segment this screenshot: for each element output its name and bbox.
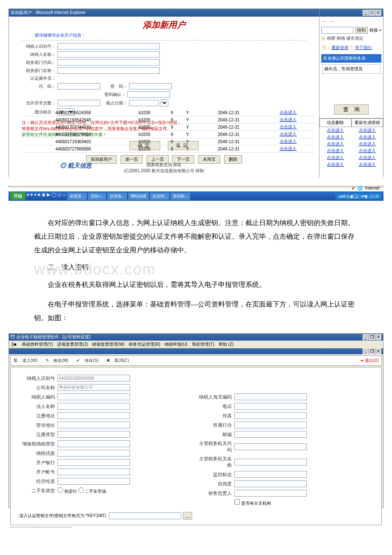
delete-link[interactable]: 点击进入 [320, 147, 352, 154]
cancel-button[interactable]: ✖ 取消(C) [107, 358, 133, 363]
input-xyd[interactable] [234, 480, 307, 487]
delete-link[interactable]: 点击进入 [320, 134, 352, 141]
input-khzh[interactable] [58, 468, 130, 475]
cancel-icon: ✖ [107, 358, 110, 363]
exit-button[interactable]: ➔ 退出(X) [360, 358, 379, 364]
info-icon[interactable]: ⓘ [349, 45, 354, 50]
input-cwfzr[interactable] [234, 490, 307, 497]
ellipsis-button[interactable]: ... [183, 512, 192, 520]
close-icon[interactable]: × [375, 348, 381, 354]
table-row: 440601193542948b32059Y2049-12-31点击进入 [22, 116, 315, 124]
input-zzsnslx[interactable] [58, 440, 130, 447]
taskbar-item[interactable]: 欢迎页... [67, 192, 87, 200]
input-mmqr[interactable] [127, 91, 170, 98]
input-jkbz[interactable] [234, 471, 307, 478]
input-cz[interactable] [234, 412, 307, 419]
restore-icon[interactable]: ❐ [369, 348, 375, 354]
minimize-icon[interactable]: _ [363, 10, 369, 16]
menu-item[interactable]: 基础资料管理(Y) [22, 342, 53, 347]
restore-icon[interactable]: □ [369, 10, 375, 16]
album-icon[interactable]: ☰ [321, 36, 325, 41]
home-icon[interactable]: ⌂ [328, 45, 330, 50]
input-jjxz[interactable] [58, 478, 130, 485]
taskbar-item[interactable]: 企业电... [107, 192, 127, 200]
minimize-icon[interactable]: _ [363, 334, 369, 340]
input-mm[interactable] [129, 83, 172, 90]
close-icon[interactable]: × [375, 10, 381, 16]
input-zgswjgdm[interactable] [234, 443, 307, 450]
input-nsrhgbm[interactable] [234, 393, 307, 400]
input-nsrsbh2[interactable] [58, 375, 130, 382]
input-jzrq[interactable] [129, 100, 159, 106]
taskbar-item[interactable]: 启动-i... [88, 192, 107, 200]
bottom-tabs: 操作界面公司资料设置 [10, 527, 382, 528]
start-button[interactable]: 开始 [10, 192, 26, 200]
delete-link[interactable]: 点击进入 [320, 154, 352, 161]
menu-item[interactable]: 进项发票管理(J) [57, 342, 88, 347]
address-bar[interactable] [321, 27, 353, 34]
menu-item[interactable]: 税务凭证管理(R) [129, 342, 160, 347]
regen-key-link[interactable]: 点击进入 [352, 161, 383, 168]
regen-key-link[interactable]: 点击进入 [352, 154, 383, 161]
input-nsyh[interactable] [58, 450, 130, 457]
exit-icon: ➔ [360, 358, 363, 363]
regen-key-link[interactable]: 点击进入 [352, 134, 383, 141]
regen-key-link[interactable]: 点击进入 [352, 147, 383, 154]
label-yb: 邮编 [196, 431, 234, 438]
input-zclx[interactable] [58, 431, 130, 438]
input-nsrbm[interactable] [58, 393, 130, 400]
save-button[interactable]: ✔ 保存(S) [76, 358, 102, 363]
close-icon[interactable]: × [375, 334, 381, 340]
input-yxycs[interactable] [58, 100, 100, 106]
taskbar-item[interactable]: 网站运维 [128, 192, 149, 200]
input-nsrsbh[interactable] [58, 43, 160, 49]
taskbar-item[interactable]: 企业用... [150, 192, 170, 200]
input-sshy[interactable] [234, 422, 307, 428]
nav-forward-icon[interactable]: → [329, 18, 335, 25]
minimize-icon[interactable]: _ [363, 348, 369, 354]
paragraph-3: 在电子申报管理系统，选择菜单：基础资料管理—公司资料管理，在页面最下方，可以读入… [34, 298, 358, 325]
read-button[interactable]: 🖺 读入(W) [13, 358, 41, 363]
nav-back-icon[interactable]: ← [321, 18, 327, 25]
input-dh[interactable] [234, 403, 307, 410]
edit-button[interactable]: ✎ 修改(M) [46, 358, 72, 363]
restore-icon[interactable]: ❐ [369, 334, 375, 340]
label-nsrmc: 纳税人名称： [22, 52, 56, 58]
checkbox-branch[interactable]: 是否有分支机构 [234, 499, 271, 506]
input-swbmmc[interactable] [58, 67, 160, 74]
input-keyfile[interactable] [109, 512, 181, 519]
input-gsmc[interactable] [58, 384, 130, 391]
menu-item[interactable]: 销项发票管理(W) [92, 342, 124, 347]
tab-company[interactable]: 公司资料设置 [37, 527, 72, 528]
input-zgswjgmc[interactable] [234, 459, 307, 465]
delete-link[interactable]: 点击进入 [320, 141, 352, 147]
label-khyh: 开户银行 [19, 460, 58, 466]
input-zcdz[interactable] [58, 412, 130, 419]
label-swbmmc: 税务部门名称： [22, 68, 56, 74]
select-jzrq[interactable] [161, 99, 168, 107]
input-swbmdm[interactable] [58, 59, 160, 66]
relogin-link[interactable]: 重新登录 [331, 45, 349, 50]
paragraph-1: 在对应的弹出窗口录入信息，为网上认证纳税人生成密钥。注意：截止日期为纳税人密钥的… [34, 216, 358, 257]
search-button[interactable]: 查 询 [334, 104, 369, 115]
input-frmc[interactable] [58, 403, 130, 410]
delete-link[interactable]: 点击进入 [320, 127, 352, 134]
input-yydz[interactable] [58, 422, 130, 428]
menu-item[interactable]: 帮助 (Z) [219, 342, 234, 347]
taskbar-item[interactable]: 添加新... [170, 192, 190, 200]
radio-usedcar[interactable]: 二手车市场 [78, 487, 107, 494]
tab-opui[interactable]: 操作界面 [10, 527, 37, 528]
menu-item[interactable]: 系统管理(T) [192, 342, 214, 347]
regen-key-link[interactable]: 点击进入 [352, 127, 383, 134]
input-yb[interactable] [234, 431, 307, 438]
about-link[interactable]: 关于我们 [355, 45, 372, 50]
go-button[interactable]: 转到 [355, 27, 368, 34]
input-nsrmc[interactable] [58, 51, 160, 58]
menu-item[interactable]: 纳税申报(U) [164, 342, 187, 347]
label-frmc: 法人名称 [19, 403, 58, 410]
input-khyh[interactable] [58, 459, 130, 466]
regen-key-link[interactable]: 点击进入 [352, 141, 383, 147]
delete-link[interactable]: 点击进入 [320, 161, 352, 168]
input-dm[interactable] [58, 83, 100, 90]
radio-auction[interactable]: 拍卖行 [58, 487, 77, 494]
